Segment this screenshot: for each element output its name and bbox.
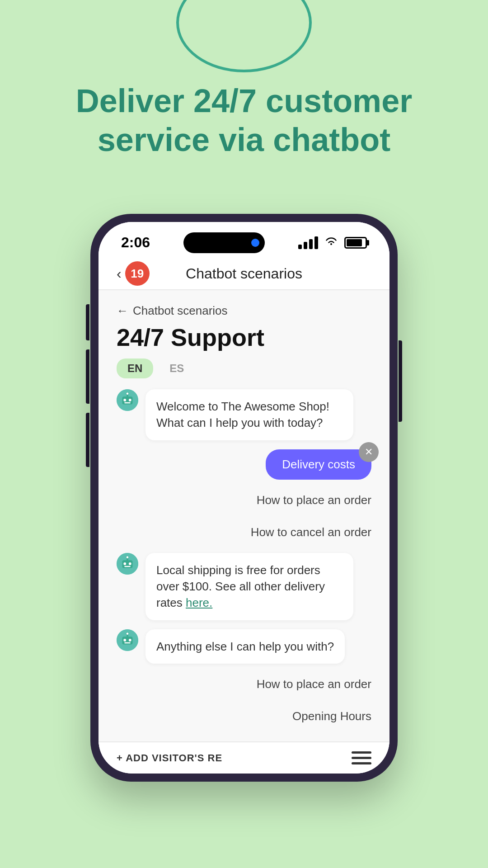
user-message-delivery: Delivery costs ✕ [117, 449, 371, 480]
phone-side-btn-vol-down [86, 413, 89, 467]
bot-message-shipping: Local shipping is free for orders over $… [117, 553, 371, 620]
phone-side-btn-vol-up [86, 349, 89, 404]
bot-bubble-shipping: Local shipping is free for orders over $… [145, 553, 353, 620]
chat-back-label: Chatbot scenarios [133, 304, 228, 318]
svg-point-17 [129, 639, 131, 642]
status-bar: 2:06 [99, 222, 389, 258]
nav-badge: 19 [125, 261, 150, 286]
hamburger-line-3 [352, 762, 371, 764]
bot-message-anything: Anything else I can help you with? [117, 629, 371, 664]
user-text-cancel-order-label[interactable]: How to cancel an order [251, 521, 371, 544]
close-badge[interactable]: ✕ [359, 442, 379, 462]
back-arrow-icon: ‹ [117, 265, 122, 282]
lang-tab-es[interactable]: ES [159, 359, 195, 378]
bottom-bar: + ADD VISITOR'S RE [99, 741, 389, 774]
lang-tabs: EN ES [117, 359, 371, 378]
hamburger-line-1 [352, 751, 371, 754]
svg-point-3 [129, 399, 131, 401]
status-time: 2:06 [121, 234, 150, 251]
headline: Deliver 24/7 customer service via chatbo… [0, 81, 488, 160]
bot-avatar-2 [117, 553, 138, 575]
phone-side-btn-mute [86, 304, 89, 340]
hamburger-line-2 [352, 757, 371, 759]
phone-side-btn-power [399, 340, 402, 422]
svg-rect-4 [124, 402, 130, 403]
nav-back-button[interactable]: ‹ 19 [117, 261, 150, 286]
add-visitor-text[interactable]: + ADD VISITOR'S RE [117, 752, 222, 764]
signal-bar-1 [298, 245, 302, 249]
bot-message-welcome: Welcome to The Awesome Shop! What can I … [117, 389, 371, 440]
phone-screen: 2:06 [99, 222, 389, 774]
signal-bars-icon [298, 236, 318, 249]
chat-back-arrow-icon: ← [117, 304, 128, 318]
nav-title: Chatbot scenarios [186, 265, 302, 282]
bot-bubble-welcome: Welcome to The Awesome Shop! What can I … [145, 389, 353, 440]
svg-point-13 [126, 556, 129, 558]
svg-point-20 [126, 632, 129, 635]
svg-rect-11 [124, 566, 130, 566]
svg-rect-18 [124, 642, 130, 643]
nav-bar: ‹ 19 Chatbot scenarios [99, 258, 389, 290]
user-text-opening-hours-label[interactable]: Opening Hours [292, 705, 371, 728]
svg-point-16 [123, 639, 126, 642]
chat-messages: Welcome to The Awesome Shop! What can I … [117, 389, 371, 728]
user-text-place-order-2: How to place an order [117, 673, 371, 696]
wifi-icon [324, 236, 338, 250]
signal-bar-4 [314, 236, 318, 249]
chat-content: ← Chatbot scenarios 24/7 Support EN ES [99, 290, 389, 741]
dynamic-island-dot [251, 239, 259, 247]
headline-text: Deliver 24/7 customer [76, 83, 412, 119]
svg-point-6 [126, 392, 129, 395]
dynamic-island [183, 232, 265, 253]
user-text-place-order-label[interactable]: How to place an order [257, 489, 371, 512]
signal-bar-3 [309, 239, 313, 249]
svg-point-9 [123, 562, 126, 565]
hamburger-icon[interactable] [352, 751, 371, 764]
bot-bubble-anything: Anything else I can help you with? [145, 629, 345, 664]
chat-title: 24/7 Support [117, 323, 371, 351]
signal-bar-2 [304, 242, 307, 249]
phone-mockup: 2:06 [90, 214, 398, 782]
headline-text2: service via chatbot [98, 122, 390, 158]
user-bubble-delivery-text: Delivery costs [282, 458, 355, 471]
user-text-place-order: How to place an order [117, 489, 371, 512]
bot-avatar [117, 389, 138, 411]
battery-icon [344, 237, 367, 249]
delivery-rates-link[interactable]: here. [186, 596, 212, 609]
lang-tab-en[interactable]: EN [117, 359, 153, 378]
svg-point-10 [129, 562, 131, 565]
user-bubble-delivery[interactable]: Delivery costs ✕ [266, 449, 371, 480]
chat-back-link[interactable]: ← Chatbot scenarios [117, 304, 371, 318]
chat-header: ← Chatbot scenarios 24/7 Support EN ES [117, 304, 371, 378]
svg-point-2 [123, 399, 126, 401]
user-text-place-order-2-label[interactable]: How to place an order [257, 673, 371, 696]
top-decoration [176, 0, 312, 72]
battery-fill [347, 239, 362, 246]
bot-avatar-3 [117, 629, 138, 651]
user-text-cancel-order: How to cancel an order [117, 521, 371, 544]
status-icons [298, 236, 367, 250]
user-text-opening-hours: Opening Hours [117, 705, 371, 728]
